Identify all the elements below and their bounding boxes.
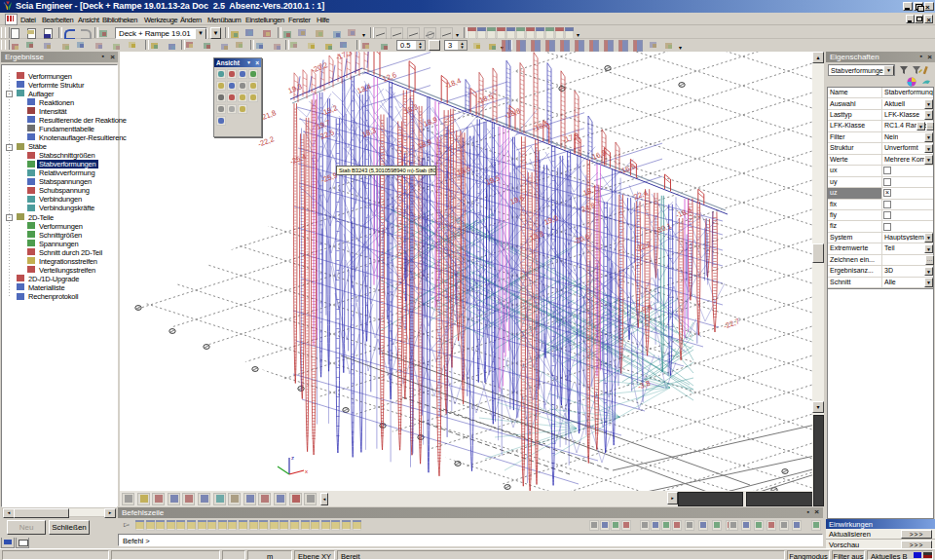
svg-text:19,0: 19,0: [542, 213, 559, 227]
svg-text:18,7: 18,7: [581, 184, 598, 198]
svg-text:-17,9: -17,9: [561, 131, 580, 145]
svg-text:19,6: 19,6: [455, 164, 471, 177]
svg-text:18,3: 18,3: [402, 102, 419, 116]
svg-text:-18,4: -18,4: [443, 76, 462, 91]
svg-text:19,3: 19,3: [286, 82, 303, 95]
svg-text:-22,7: -22,7: [722, 317, 740, 331]
svg-text:18,9: 18,9: [422, 115, 438, 129]
svg-text:-9,8: -9,8: [638, 303, 653, 316]
svg-text:z: z: [291, 455, 294, 461]
svg-text:-18,8: -18,8: [503, 106, 521, 121]
svg-text:-25,4: -25,4: [288, 152, 307, 167]
svg-text:-20,2: -20,2: [310, 60, 328, 75]
svg-text:-18,5: -18,5: [475, 92, 494, 106]
svg-text:13,4: 13,4: [355, 82, 372, 95]
svg-text:x: x: [305, 468, 308, 474]
svg-text:-18,4: -18,4: [674, 205, 692, 220]
svg-text:19,6: 19,6: [508, 193, 525, 206]
svg-text:22,4: 22,4: [632, 188, 649, 202]
